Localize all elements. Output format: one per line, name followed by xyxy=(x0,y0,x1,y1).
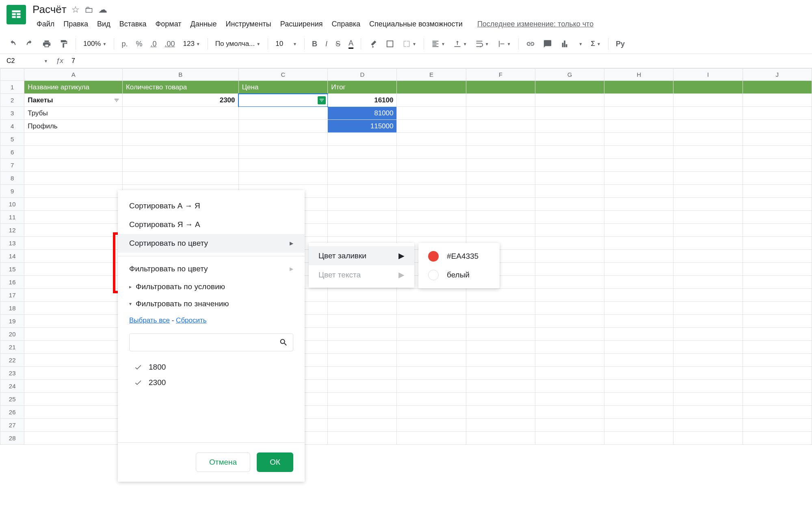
filter-search[interactable] xyxy=(129,333,293,351)
col-header-i[interactable]: I xyxy=(673,69,743,81)
filter-value-item[interactable]: 2300 xyxy=(129,375,293,390)
row-header-8[interactable]: 8 xyxy=(0,172,24,185)
menu-file[interactable]: Файл xyxy=(32,17,58,31)
clear-link[interactable]: Сбросить xyxy=(176,316,207,324)
filter-by-value[interactable]: ▾Фильтровать по значению xyxy=(118,295,305,312)
cell-d1[interactable]: Итог xyxy=(328,81,397,94)
fill-color-icon[interactable] xyxy=(365,37,381,51)
sort-za[interactable]: Сортировать Я → А xyxy=(118,215,305,234)
cell-reference-input[interactable] xyxy=(3,56,44,66)
col-header-b[interactable]: B xyxy=(122,69,238,81)
filter-icon-c2[interactable] xyxy=(318,96,326,104)
row-header-6[interactable]: 6 xyxy=(0,146,24,159)
color-white[interactable]: белый xyxy=(418,266,500,284)
col-header-j[interactable]: J xyxy=(743,69,812,81)
paint-format-icon[interactable] xyxy=(56,37,71,51)
cell-f1[interactable] xyxy=(466,81,535,94)
cell-h1[interactable] xyxy=(604,81,673,94)
row-header-13[interactable]: 13 xyxy=(0,237,24,250)
cell-d2[interactable]: 16100 xyxy=(328,94,397,107)
fill-color-item[interactable]: Цвет заливки▶ xyxy=(309,246,414,265)
col-header-d[interactable]: D xyxy=(328,69,397,81)
row-header-28[interactable]: 28 xyxy=(0,432,24,445)
cell-j1[interactable] xyxy=(743,81,812,94)
col-header-g[interactable]: G xyxy=(535,69,604,81)
cell-a1[interactable]: Название артикула xyxy=(24,81,123,94)
cell-b2[interactable]: 2300 xyxy=(122,94,238,107)
filter-icon-d2[interactable] xyxy=(387,96,395,104)
strikethrough-icon[interactable]: S xyxy=(332,37,344,51)
row-header-18[interactable]: 18 xyxy=(0,302,24,315)
ok-button[interactable]: ОК xyxy=(257,452,293,472)
filter-value-item[interactable]: 1800 xyxy=(129,359,293,375)
text-color-icon[interactable]: A xyxy=(345,37,357,51)
row-header-7[interactable]: 7 xyxy=(0,159,24,172)
row-header-23[interactable]: 23 xyxy=(0,367,24,380)
row-header-26[interactable]: 26 xyxy=(0,406,24,419)
cell-a4[interactable]: Профиль xyxy=(24,120,123,133)
sort-az[interactable]: Сортировать А → Я xyxy=(118,197,305,215)
text-color-item[interactable]: Цвет текста▶ xyxy=(309,265,414,284)
col-header-c[interactable]: C xyxy=(238,69,328,81)
star-icon[interactable]: ☆ xyxy=(71,4,80,15)
print-icon[interactable] xyxy=(39,37,54,51)
v-align-dropdown[interactable]: ▼ xyxy=(450,38,470,50)
functions-dropdown[interactable]: Σ▼ xyxy=(587,38,604,50)
row-header-21[interactable]: 21 xyxy=(0,341,24,354)
move-icon[interactable]: 🗀 xyxy=(84,4,93,15)
formula-input[interactable] xyxy=(68,56,809,66)
cell-c4[interactable] xyxy=(238,120,328,133)
cell-i1[interactable] xyxy=(673,81,743,94)
row-header-9[interactable]: 9 xyxy=(0,185,24,198)
select-all-link[interactable]: Выбрать все xyxy=(129,316,170,324)
sort-by-color[interactable]: Сортировать по цвету▶ xyxy=(118,234,305,253)
row-header-3[interactable]: 3 xyxy=(0,107,24,120)
menu-edit[interactable]: Правка xyxy=(59,17,92,31)
row-header-10[interactable]: 10 xyxy=(0,198,24,211)
chart-icon[interactable] xyxy=(557,37,572,51)
cell-e1[interactable] xyxy=(397,81,466,94)
menu-ext[interactable]: Расширения xyxy=(276,17,327,31)
row-header-20[interactable]: 20 xyxy=(0,328,24,341)
undo-icon[interactable] xyxy=(5,37,20,51)
menu-format[interactable]: Формат xyxy=(152,17,186,31)
last-edit[interactable]: Последнее изменение: только что xyxy=(477,20,593,28)
cell-a2[interactable]: Пакеты xyxy=(24,94,123,107)
menu-insert[interactable]: Вставка xyxy=(115,17,151,31)
cell-g1[interactable] xyxy=(535,81,604,94)
bold-icon[interactable]: B xyxy=(309,37,320,51)
row-header-12[interactable]: 12 xyxy=(0,224,24,237)
italic-icon[interactable]: I xyxy=(322,37,331,51)
rotate-dropdown[interactable]: ▼ xyxy=(494,38,514,50)
cell-c3[interactable] xyxy=(238,107,328,120)
col-header-e[interactable]: E xyxy=(397,69,466,81)
cell-b1[interactable]: Количество товара xyxy=(122,81,238,94)
filter-by-color[interactable]: Фильтровать по цвету▶ xyxy=(118,260,305,278)
cancel-button[interactable]: Отмена xyxy=(196,452,250,472)
wrap-dropdown[interactable]: ▼ xyxy=(472,38,492,50)
currency-btn[interactable]: р. xyxy=(118,37,131,51)
row-header-11[interactable]: 11 xyxy=(0,211,24,224)
cell-b3[interactable] xyxy=(122,107,238,120)
color-red[interactable]: #EA4335 xyxy=(418,247,500,266)
cell-b4[interactable] xyxy=(122,120,238,133)
row-header-4[interactable]: 4 xyxy=(0,120,24,133)
link-icon[interactable] xyxy=(523,37,538,51)
cell-a3[interactable]: Трубы xyxy=(24,107,123,120)
font-dropdown[interactable]: По умолча...▼ xyxy=(212,38,264,50)
col-header-a[interactable]: A xyxy=(24,69,123,81)
menu-view[interactable]: Вид xyxy=(93,17,115,31)
filter-icon-a2[interactable] xyxy=(113,96,121,104)
h-align-dropdown[interactable]: ▼ xyxy=(428,38,448,50)
filter-by-condition[interactable]: ▸Фильтровать по условию xyxy=(118,278,305,295)
row-header-25[interactable]: 25 xyxy=(0,393,24,406)
cell-d3[interactable]: 81000 xyxy=(328,107,397,120)
comment-icon[interactable] xyxy=(540,37,555,51)
menu-tools[interactable]: Инструменты xyxy=(222,17,275,31)
filter-dropdown[interactable]: ▼ xyxy=(574,40,586,48)
borders-icon[interactable] xyxy=(382,37,398,51)
row-header-2[interactable]: 2 xyxy=(0,94,24,107)
cloud-icon[interactable]: ☁ xyxy=(98,4,107,15)
row-header-22[interactable]: 22 xyxy=(0,354,24,367)
menu-help[interactable]: Справка xyxy=(327,17,364,31)
